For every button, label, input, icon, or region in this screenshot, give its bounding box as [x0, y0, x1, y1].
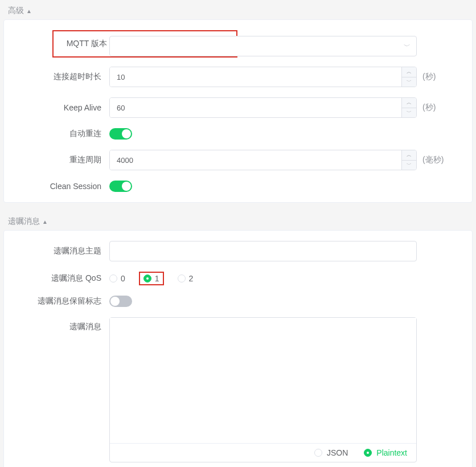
toggle-knob-icon — [122, 129, 131, 138]
caret-up-icon: ▲ — [42, 219, 48, 225]
clean-session-row: Clean Session — [10, 181, 461, 192]
qos-radio-0[interactable]: 0 — [109, 274, 125, 283]
qos-2-label: 2 — [189, 274, 194, 283]
qos-radio-1-highlight: 1 — [139, 272, 164, 285]
clean-session-label: Clean Session — [10, 182, 109, 191]
keep-alive-stepper: ︿ ﹀ — [401, 98, 416, 117]
radio-icon — [314, 449, 322, 457]
reconnect-period-input[interactable] — [110, 150, 401, 170]
radio-icon — [178, 275, 186, 282]
reconnect-period-unit: (毫秒) — [422, 155, 444, 165]
will-topic-row: 遗嘱消息主题 — [10, 241, 461, 261]
mqtt-version-label: MQTT 版本 — [54, 39, 115, 49]
qos-radio-1[interactable]: 1 — [143, 274, 159, 283]
radio-checked-icon — [364, 449, 372, 457]
section-title-will: 遗嘱消息 — [8, 216, 40, 227]
auto-reconnect-label: 自动重连 — [10, 129, 109, 139]
connect-timeout-input-wrap: ︿ ﹀ — [109, 67, 417, 87]
section-header-will[interactable]: 遗嘱消息 ▲ — [0, 211, 476, 230]
reconnect-period-row: 重连周期 ︿ ﹀ (毫秒) — [10, 150, 461, 170]
will-payload-box: JSON Plaintext — [109, 317, 417, 462]
will-retain-label: 遗嘱消息保留标志 — [10, 296, 109, 306]
stepper-down-icon[interactable]: ﹀ — [402, 108, 416, 118]
reconnect-period-input-wrap: ︿ ﹀ — [109, 150, 417, 170]
stepper-up-icon[interactable]: ︿ — [402, 150, 416, 161]
payload-format-footer: JSON Plaintext — [110, 443, 416, 462]
format-plaintext-label: Plaintext — [376, 448, 407, 457]
toggle-knob-icon — [110, 297, 120, 306]
will-topic-label: 遗嘱消息主题 — [10, 246, 109, 256]
clean-session-toggle[interactable] — [109, 181, 132, 192]
connect-timeout-row: 连接超时时长 ︿ ﹀ (秒) — [10, 67, 461, 87]
auto-reconnect-row: 自动重连 — [10, 128, 461, 140]
will-retain-row: 遗嘱消息保留标志 — [10, 296, 461, 307]
will-payload-textarea[interactable] — [110, 318, 416, 443]
format-plaintext-radio[interactable]: Plaintext — [364, 448, 407, 457]
keep-alive-input-wrap: ︿ ﹀ — [109, 97, 417, 118]
advanced-panel: MQTT 版本 3.1.1 x . ﹀ 连接超时时长 ︿ ﹀ — [3, 19, 473, 203]
stepper-down-icon[interactable]: ﹀ — [402, 77, 416, 87]
reconnect-period-label: 重连周期 — [10, 155, 109, 165]
keep-alive-input[interactable] — [110, 98, 401, 117]
keep-alive-row: Keep Alive ︿ ﹀ (秒) — [10, 97, 461, 118]
caret-up-icon: ▲ — [26, 8, 32, 14]
stepper-down-icon[interactable]: ﹀ — [402, 161, 416, 170]
connect-timeout-unit: (秒) — [422, 72, 436, 82]
stepper-up-icon[interactable]: ︿ — [402, 67, 416, 77]
keep-alive-unit: (秒) — [422, 103, 436, 113]
will-qos-radio-group: 0 1 2 — [109, 272, 193, 285]
will-topic-input[interactable] — [109, 241, 417, 261]
connect-timeout-input[interactable] — [110, 67, 401, 87]
will-retain-toggle[interactable] — [109, 296, 132, 307]
section-title-advanced: 高级 — [8, 6, 24, 16]
auto-reconnect-toggle[interactable] — [109, 128, 132, 140]
keep-alive-label: Keep Alive — [10, 103, 109, 112]
qos-1-label: 1 — [155, 274, 159, 283]
will-payload-label: 遗嘱消息 — [10, 317, 109, 332]
chevron-down-icon: ﹀ — [404, 42, 411, 51]
will-payload-row: 遗嘱消息 JSON Plaintext — [10, 317, 461, 462]
toggle-knob-icon — [122, 182, 131, 191]
qos-0-label: 0 — [121, 274, 125, 283]
connect-timeout-stepper: ︿ ﹀ — [401, 67, 416, 87]
will-qos-row: 遗嘱消息 QoS 0 1 2 — [10, 272, 461, 285]
section-header-advanced[interactable]: 高级 ▲ — [0, 0, 476, 19]
qos-radio-2[interactable]: 2 — [178, 274, 194, 283]
stepper-up-icon[interactable]: ︿ — [402, 98, 416, 108]
format-json-label: JSON — [327, 448, 348, 457]
will-panel: 遗嘱消息主题 遗嘱消息 QoS 0 1 2 — [3, 230, 473, 467]
connect-timeout-label: 连接超时时长 — [10, 72, 109, 82]
mqtt-version-select[interactable]: . ﹀ — [109, 36, 417, 56]
will-qos-label: 遗嘱消息 QoS — [10, 273, 109, 284]
reconnect-period-stepper: ︿ ﹀ — [401, 150, 416, 170]
radio-checked-icon — [143, 275, 151, 282]
radio-icon — [109, 275, 117, 282]
format-json-radio[interactable]: JSON — [314, 448, 348, 457]
